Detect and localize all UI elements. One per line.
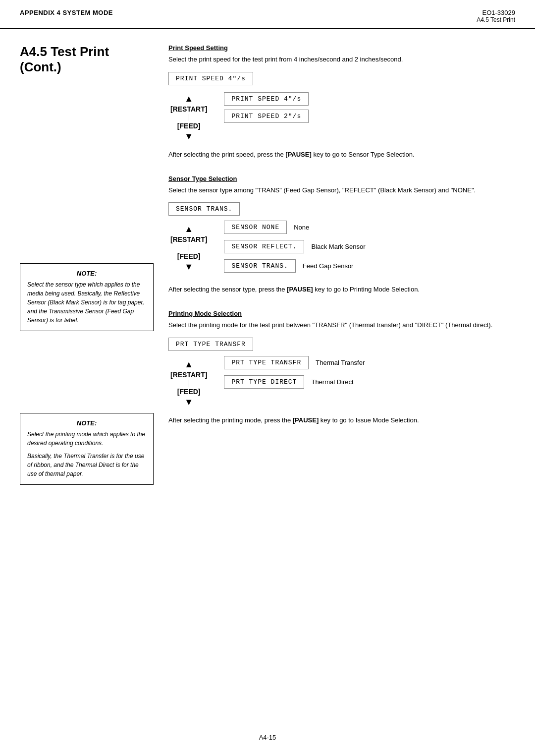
print-speed-top-lcd: PRINT SPEED 4"/s (168, 72, 253, 85)
prt-controls: ▲ [RESTART] [FEED] ▼ (168, 360, 209, 407)
note-printing-box: NOTE: Select the printing mode which app… (20, 413, 154, 485)
header-appendix-label: APPENDIX 4 SYSTEM MODE (20, 9, 113, 16)
prt-after-text-1: After selecting the printing mode, press… (168, 416, 293, 424)
header-right: EO1-33029 A4.5 Test Print (477, 9, 515, 23)
vertical-line (189, 114, 189, 121)
prt-transfr-lcd: PRT TYPE TRANSFR (224, 356, 309, 369)
prt-flow: ▲ [RESTART] [FEED] ▼ PRT TYPE TRANSFR Th… (168, 356, 515, 407)
section-title: A4.5 Test Print (Cont.) (20, 44, 154, 75)
print-speed-section: Print Speed Setting Select the print spe… (168, 44, 515, 160)
sensor-options: SENSOR NONE None SENSOR REFLECT. Black M… (224, 221, 365, 276)
prt-direct-label: Thermal Direct (311, 378, 353, 386)
print-speed-desc: Select the print speed for the test prin… (168, 55, 515, 65)
prt-restart-button: [RESTART] (168, 370, 209, 380)
sensor-controls: ▲ [RESTART] [FEED] ▼ (168, 225, 209, 271)
sensor-option-none: SENSOR NONE None (224, 221, 365, 234)
page-reference: A4.5 Test Print (477, 16, 515, 23)
feed-button: [FEED] (175, 121, 203, 131)
prt-vertical-line (189, 380, 189, 387)
note-sensor-box: NOTE: Select the sensor type which appli… (20, 263, 154, 331)
sensor-type-section: Sensor Type Selection Select the sensor … (168, 175, 515, 295)
sensor-type-heading: Sensor Type Selection (168, 175, 515, 182)
restart-button: [RESTART] (168, 104, 209, 114)
print-speed-option-1: PRINT SPEED 4"/s (224, 92, 309, 106)
down-arrow: ▼ (184, 132, 193, 141)
prt-top-lcd: PRT TYPE TRANSFR (168, 338, 253, 351)
prt-direct-lcd: PRT TYPE DIRECT (224, 375, 304, 389)
printing-mode-heading: Printing Mode Selection (168, 310, 515, 317)
pause-key-2: [PAUSE] (287, 286, 313, 293)
sensor-down-arrow: ▼ (184, 262, 193, 271)
sensor-type-diagram: SENSOR TRANS. ▲ [RESTART] [FEED] ▼ (168, 202, 515, 276)
prt-feed-button: [FEED] (175, 387, 203, 397)
note-printing-text2: Basically, the Thermal Transfer is for t… (27, 452, 146, 478)
doc-number: EO1-33029 (477, 9, 515, 16)
sensor-restart-button: [RESTART] (168, 234, 209, 244)
print-speed-flow: ▲ [RESTART] [FEED] ▼ PRINT SPEED 4"/s PR… (168, 90, 515, 141)
note-printing-title: NOTE: (27, 419, 146, 427)
sensor-option-reflect: SENSOR REFLECT. Black Mark Sensor (224, 240, 365, 253)
sensor-top-lcd: SENSOR TRANS. (168, 202, 240, 216)
sensor-type-desc: Select the sensor type among "TRANS" (Fe… (168, 185, 515, 196)
sensor-trans-lcd: SENSOR TRANS. (224, 259, 295, 273)
print-speed-option-2: PRINT SPEED 2"/s (224, 110, 309, 123)
prt-up-arrow: ▲ (184, 360, 193, 369)
prt-down-arrow: ▼ (184, 398, 193, 407)
sensor-none-label: None (294, 224, 309, 231)
after-text-2: key to go to Sensor Type Selection. (312, 151, 415, 158)
prt-option-direct: PRT TYPE DIRECT Thermal Direct (224, 375, 365, 389)
print-speed-options: PRINT SPEED 4"/s PRINT SPEED 2"/s (224, 92, 309, 123)
up-arrow: ▲ (184, 94, 193, 103)
left-column: A4.5 Test Print (Cont.) NOTE: Select the… (20, 44, 163, 495)
sensor-flow: ▲ [RESTART] [FEED] ▼ SENSOR NONE None (168, 221, 515, 276)
note-sensor-text: Select the sensor type which applies to … (27, 280, 146, 325)
note-sensor-title: NOTE: (27, 270, 146, 277)
main-content: A4.5 Test Print (Cont.) NOTE: Select the… (0, 29, 535, 510)
print-speed-top-lcd-container: PRINT SPEED 4"/s (168, 72, 515, 85)
header: APPENDIX 4 SYSTEM MODE EO1-33029 A4.5 Te… (0, 0, 535, 29)
sensor-after: After selecting the sensor type, press t… (168, 285, 515, 295)
footer: A4-15 (0, 734, 535, 741)
pause-key-3: [PAUSE] (293, 416, 319, 424)
printing-mode-section: Printing Mode Selection Select the print… (168, 310, 515, 426)
print-speed-heading: Print Speed Setting (168, 44, 515, 52)
sensor-reflect-lcd: SENSOR REFLECT. (224, 240, 304, 253)
sensor-trans-label: Feed Gap Sensor (303, 262, 354, 270)
pause-key-1: [PAUSE] (285, 151, 311, 158)
print-speed-diagram: PRINT SPEED 4"/s ▲ [RESTART] [FEED] ▼ PR… (168, 72, 515, 141)
printing-mode-diagram: PRT TYPE TRANSFR ▲ [RESTART] [FEED] ▼ (168, 338, 515, 407)
sensor-up-arrow: ▲ (184, 225, 193, 233)
prt-option-transfr: PRT TYPE TRANSFR Thermal Transfer (224, 356, 365, 369)
right-column: Print Speed Setting Select the print spe… (163, 44, 515, 495)
print-speed-after: After selecting the print speed, press t… (168, 150, 515, 160)
page: APPENDIX 4 SYSTEM MODE EO1-33029 A4.5 Te… (0, 0, 535, 756)
print-speed-controls: ▲ [RESTART] [FEED] ▼ (168, 94, 209, 141)
sensor-option-trans: SENSOR TRANS. Feed Gap Sensor (224, 259, 365, 273)
prt-transfr-label: Thermal Transfer (316, 359, 365, 366)
sensor-after-text-2: key to go to Printing Mode Selection. (313, 286, 420, 293)
prt-after-text-2: key to go to Issue Mode Selection. (319, 416, 419, 424)
sensor-vertical-line (189, 244, 189, 251)
prt-after: After selecting the printing mode, press… (168, 415, 515, 426)
sensor-after-text-1: After selecting the sensor type, press t… (168, 286, 287, 293)
sensor-feed-button: [FEED] (175, 251, 203, 261)
note-printing-text1: Select the printing mode which applies t… (27, 430, 146, 448)
sensor-none-lcd: SENSOR NONE (224, 221, 287, 234)
sensor-reflect-label: Black Mark Sensor (311, 243, 365, 250)
prt-options: PRT TYPE TRANSFR Thermal Transfer PRT TY… (224, 356, 365, 392)
after-text-1: After selecting the print speed, press t… (168, 151, 285, 158)
page-number: A4-15 (259, 734, 276, 741)
printing-mode-desc: Select the printing mode for the test pr… (168, 320, 515, 331)
